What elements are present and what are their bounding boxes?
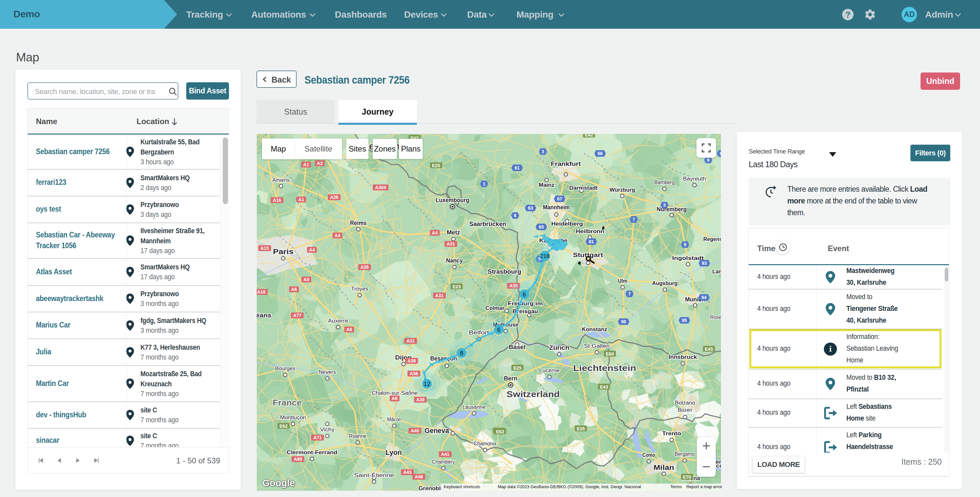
svg-text:63: 63 — [528, 205, 533, 211]
svg-text:Heidelberg: Heidelberg — [551, 221, 583, 227]
svg-text:Ingolstadt: Ingolstadt — [672, 255, 704, 261]
svg-text:A43: A43 — [403, 470, 412, 475]
svg-text:Basel: Basel — [509, 344, 526, 350]
svg-text:Konstanz: Konstanz — [582, 326, 607, 332]
svg-text:Reims: Reims — [350, 220, 367, 226]
svg-text:A4: A4 — [334, 233, 340, 238]
svg-text:Lyon: Lyon — [385, 448, 402, 457]
svg-text:Bern: Bern — [504, 375, 517, 382]
svg-text:3: 3 — [663, 202, 666, 208]
svg-text:E70: E70 — [683, 475, 691, 480]
svg-text:Paris: Paris — [273, 248, 294, 256]
svg-text:A16: A16 — [273, 198, 281, 203]
svg-text:Lucerne: Lucerne — [539, 368, 560, 373]
svg-text:A6: A6 — [291, 287, 297, 292]
svg-text:1: 1 — [483, 181, 485, 186]
svg-text:6: 6 — [523, 291, 526, 298]
svg-text:66: 66 — [598, 151, 603, 156]
svg-text:Heilbronn: Heilbronn — [576, 228, 605, 235]
svg-text:A6: A6 — [346, 327, 352, 332]
svg-text:A48: A48 — [415, 474, 423, 480]
svg-text:Zürich: Zürich — [549, 345, 570, 351]
svg-text:Milan: Milan — [654, 464, 674, 472]
svg-text:A39: A39 — [407, 358, 416, 364]
svg-text:A5: A5 — [304, 277, 309, 282]
svg-text:A71: A71 — [313, 435, 322, 440]
svg-text:A31: A31 — [406, 338, 415, 343]
svg-text:6: 6 — [514, 213, 517, 218]
svg-text:9: 9 — [720, 151, 721, 156]
svg-text:Saint-Étienne: Saint-Étienne — [354, 472, 394, 478]
svg-text:St Gallen: St Gallen — [584, 343, 610, 349]
svg-text:9: 9 — [684, 242, 686, 247]
svg-text:94: 94 — [702, 295, 706, 300]
svg-text:E25: E25 — [514, 365, 522, 371]
svg-text:Trento: Trento — [662, 430, 681, 437]
svg-text:Strasbourg: Strasbourg — [488, 268, 521, 275]
svg-text:Switzerland: Switzerland — [507, 389, 560, 399]
svg-text:Frankfurt: Frankfurt — [551, 160, 581, 167]
svg-text:A10: A10 — [257, 289, 266, 295]
svg-text:Colmar: Colmar — [485, 305, 504, 311]
svg-text:Geneva: Geneva — [425, 427, 450, 435]
svg-text:Amiens: Amiens — [272, 177, 290, 183]
svg-text:A77: A77 — [293, 313, 302, 318]
svg-text:A1: A1 — [303, 162, 309, 167]
svg-text:Augsburg: Augsburg — [652, 280, 678, 286]
svg-text:3: 3 — [542, 149, 544, 154]
svg-text:9: 9 — [707, 157, 710, 163]
svg-text:Land: Land — [713, 268, 721, 275]
svg-text:E43: E43 — [600, 384, 608, 389]
svg-text:E42: E42 — [585, 134, 593, 138]
svg-text:Bamberg: Bamberg — [654, 179, 675, 185]
svg-text:8: 8 — [460, 350, 463, 357]
svg-text:Rosen: Rosen — [710, 314, 721, 320]
svg-text:6: 6 — [497, 326, 501, 333]
svg-text:Bourges: Bourges — [275, 366, 295, 371]
svg-text:95: 95 — [682, 318, 687, 323]
svg-text:E60: E60 — [606, 351, 614, 357]
svg-text:Nuremberg: Nuremberg — [657, 206, 687, 213]
svg-text:Bayreuth: Bayreuth — [683, 176, 706, 181]
svg-text:A89: A89 — [294, 457, 302, 462]
svg-text:Lausanne: Lausanne — [463, 404, 485, 410]
svg-text:81: 81 — [589, 239, 594, 244]
svg-text:Regens: Regens — [703, 236, 721, 242]
svg-text:218: 218 — [540, 253, 549, 259]
svg-text:Mainz: Mainz — [539, 182, 554, 188]
svg-text:Chambéry: Chambéry — [432, 459, 455, 465]
svg-text:A2: A2 — [317, 160, 323, 166]
svg-text:E62: E62 — [496, 429, 504, 434]
svg-text:Ulm: Ulm — [618, 278, 627, 284]
svg-text:E62: E62 — [280, 424, 288, 429]
svg-text:Roanne: Roanne — [349, 433, 366, 439]
svg-text:A13: A13 — [260, 246, 269, 251]
svg-text:Bozen: Bozen — [678, 407, 692, 413]
svg-text:A31: A31 — [435, 293, 444, 298]
svg-text:A4: A4 — [309, 247, 315, 252]
svg-text:Liechtenstein: Liechtenstein — [573, 363, 636, 373]
svg-text:Troyes: Troyes — [351, 286, 369, 292]
svg-text:Grenoble: Grenoble — [418, 485, 444, 491]
svg-text:A4: A4 — [432, 230, 438, 235]
svg-text:65: 65 — [539, 224, 544, 230]
svg-text:A304: A304 — [375, 185, 386, 190]
svg-text:A1: A1 — [298, 197, 304, 202]
svg-text:France: France — [273, 398, 302, 408]
svg-text:Würzburg: Würzburg — [609, 187, 635, 193]
svg-text:A31: A31 — [447, 241, 455, 246]
svg-text:Metz: Metz — [447, 229, 460, 236]
svg-text:E25: E25 — [432, 163, 440, 168]
svg-text:Mâcon: Mâcon — [387, 417, 401, 422]
svg-text:Chalon-sur-Saône: Chalon-sur-Saône — [372, 390, 418, 396]
svg-text:Como: Como — [643, 452, 655, 458]
svg-text:E23: E23 — [453, 284, 461, 289]
svg-text:A6: A6 — [392, 396, 398, 401]
svg-text:E35: E35 — [577, 426, 585, 431]
svg-text:Bergamo: Bergamo — [675, 451, 695, 457]
svg-text:93: 93 — [702, 260, 707, 266]
svg-text:7: 7 — [632, 217, 635, 222]
svg-text:E45: E45 — [705, 346, 713, 352]
svg-text:Auxerre: Auxerre — [328, 318, 348, 324]
svg-text:96: 96 — [621, 319, 626, 324]
